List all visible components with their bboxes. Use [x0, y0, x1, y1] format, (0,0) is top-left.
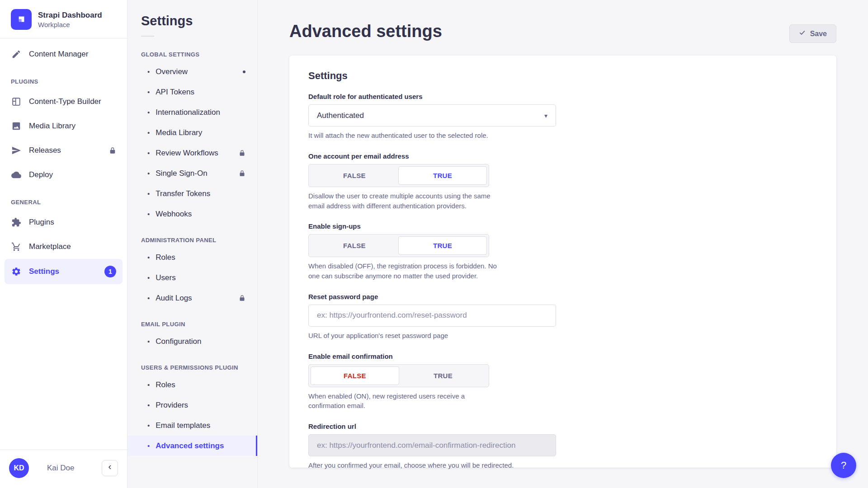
field-hint: After you confirmed your email, choose w… [308, 460, 561, 470]
subnav-item-api-tokens[interactable]: • API Tokens [127, 82, 257, 102]
bullet-icon: • [147, 190, 150, 197]
brand[interactable]: Strapi Dashboard Workplace [0, 0, 127, 38]
main-sidebar: Strapi Dashboard Workplace Content Manag… [0, 0, 127, 488]
puzzle-icon [11, 217, 22, 228]
bullet-icon: • [147, 210, 150, 218]
app-root: Strapi Dashboard Workplace Content Manag… [0, 0, 868, 488]
sidebar-footer: KD Kai Doe [0, 450, 127, 488]
bullet-icon: • [147, 294, 150, 302]
check-icon [799, 29, 806, 38]
field-one-account: One account per email address FALSE TRUE… [308, 152, 817, 211]
subnav-item-webhooks[interactable]: • Webhooks [127, 204, 257, 224]
field-hint: When enabled (ON), new registered users … [308, 391, 503, 411]
toggle-false-option[interactable]: FALSE [311, 366, 399, 385]
bullet-icon: • [147, 381, 150, 389]
bullet-icon: • [147, 338, 150, 345]
sidebar-item-label: Plugins [29, 218, 54, 227]
sidebar-item-content-manager[interactable]: Content Manager [0, 42, 127, 66]
toggle-true-option[interactable]: TRUE [398, 236, 487, 255]
toggle-false-option[interactable]: FALSE [311, 236, 398, 255]
card-heading: Settings [308, 70, 817, 82]
subnav-item-audit-logs[interactable]: • Audit Logs [127, 288, 257, 308]
save-button[interactable]: Save [789, 24, 836, 43]
sidebar-nav: Content Manager PLUGINS Content-Type Bui… [0, 38, 127, 450]
toggle-true-option[interactable]: TRUE [398, 166, 487, 185]
field-sign-ups: Enable sign-ups FALSE TRUE When disabled… [308, 222, 817, 281]
cloud-icon [11, 169, 22, 180]
subnav-item-up-roles[interactable]: • Roles [127, 375, 257, 395]
subnav-item-single-sign-on[interactable]: • Single Sign-On [127, 163, 257, 183]
image-icon [11, 121, 22, 131]
subnav-item-overview[interactable]: • Overview [127, 61, 257, 82]
subnav-item-review-workflows[interactable]: • Review Workflows [127, 143, 257, 163]
chevron-left-icon [107, 464, 113, 472]
bullet-icon: • [147, 149, 150, 157]
lock-icon [109, 147, 116, 154]
sidebar-item-deploy[interactable]: Deploy [0, 163, 127, 187]
bullet-icon: • [147, 68, 150, 75]
sidebar-item-settings[interactable]: Settings 1 [5, 259, 123, 284]
page-title: Advanced settings [289, 22, 442, 41]
title-underline [141, 36, 154, 37]
brand-workplace: Workplace [38, 21, 102, 28]
default-role-select[interactable]: Authenticated ▾ [308, 104, 556, 127]
layout-icon [11, 96, 22, 107]
sidebar-item-media-library[interactable]: Media Library [0, 114, 127, 138]
sign-ups-toggle: FALSE TRUE [308, 234, 489, 257]
help-button[interactable]: ? [831, 453, 856, 478]
sidebar-section-general: GENERAL [0, 187, 127, 210]
field-hint: When disabled (OFF), the registration pr… [308, 261, 503, 281]
redirection-url-input [308, 434, 556, 456]
sidebar-section-plugins: PLUGINS [0, 66, 127, 89]
field-hint: Disallow the user to create multiple acc… [308, 191, 503, 211]
subnav-item-providers[interactable]: • Providers [127, 395, 257, 415]
subnav-item-media-library[interactable]: • Media Library [127, 122, 257, 143]
sidebar-item-marketplace[interactable]: Marketplace [0, 235, 127, 259]
strapi-logo-icon [11, 9, 32, 30]
select-value: Authenticated [317, 111, 364, 120]
sidebar-item-label: Settings [29, 267, 59, 276]
page-header: Advanced settings Save [258, 0, 868, 56]
reset-password-input[interactable] [308, 305, 556, 327]
field-redirection-url: Redirection url After you confirmed your… [308, 422, 817, 470]
chevron-down-icon: ▾ [544, 112, 547, 119]
subnav-section-email-plugin: EMAIL PLUGIN [127, 308, 257, 331]
sidebar-item-content-type-builder[interactable]: Content-Type Builder [0, 89, 127, 114]
subnav-item-email-templates[interactable]: • Email templates [127, 415, 257, 436]
subnav-item-admin-users[interactable]: • Users [127, 267, 257, 288]
notification-dot-icon [243, 70, 245, 73]
subnav-item-admin-roles[interactable]: • Roles [127, 247, 257, 267]
field-email-confirmation: Enable email confirmation FALSE TRUE Whe… [308, 352, 817, 411]
pen-icon [11, 49, 22, 60]
sidebar-item-plugins[interactable]: Plugins [0, 210, 127, 235]
toggle-false-option[interactable]: FALSE [311, 166, 398, 185]
field-default-role: Default role for authenticated users Aut… [308, 93, 817, 141]
bullet-icon: • [147, 274, 150, 282]
bullet-icon: • [147, 88, 150, 96]
user-name: Kai Doe [47, 464, 74, 473]
bullet-icon: • [147, 442, 150, 450]
subnav-item-transfer-tokens[interactable]: • Transfer Tokens [127, 183, 257, 204]
brand-name: Strapi Dashboard [38, 10, 102, 20]
subnav-item-internationalization[interactable]: • Internationalization [127, 102, 257, 122]
field-label: Enable sign-ups [308, 222, 817, 230]
toggle-true-option[interactable]: TRUE [399, 366, 487, 385]
field-hint: It will attach the new authenticated use… [308, 131, 561, 141]
field-hint: URL of your application's reset password… [308, 331, 561, 341]
bullet-icon: • [147, 108, 150, 116]
field-label: Default role for authenticated users [308, 93, 817, 100]
settings-notification-badge: 1 [104, 266, 116, 277]
subnav-item-configuration[interactable]: • Configuration [127, 331, 257, 352]
email-confirmation-toggle: FALSE TRUE [308, 364, 489, 387]
sidebar-item-releases[interactable]: Releases [0, 138, 127, 163]
subnav-title: Settings [127, 0, 257, 28]
bullet-icon: • [147, 422, 150, 429]
subnav-item-advanced-settings[interactable]: • Advanced settings [127, 436, 257, 456]
sidebar-collapse-button[interactable] [102, 460, 118, 476]
field-label: Reset password page [308, 293, 817, 300]
main-content: Advanced settings Save Settings Default … [258, 0, 868, 488]
settings-subnav: Settings GLOBAL SETTINGS • Overview • AP… [127, 0, 258, 488]
avatar[interactable]: KD [9, 458, 29, 478]
field-reset-password: Reset password page URL of your applicat… [308, 293, 817, 341]
bullet-icon: • [147, 129, 150, 136]
